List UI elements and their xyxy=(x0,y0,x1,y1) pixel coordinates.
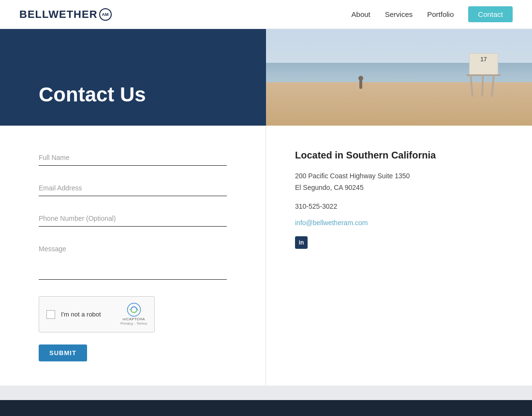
hero-section: Contact Us xyxy=(0,29,532,126)
address-line1: 200 Pacific Coast Highway Suite 1350 xyxy=(295,171,503,182)
nav-links: About Services Portfolio Contact xyxy=(352,6,513,22)
contact-form-section: I'm not a robot reCAPTCHA Privacy - Term… xyxy=(0,126,266,386)
address-line2: El Segundo, CA 90245 xyxy=(295,182,503,194)
info-email[interactable]: info@bellwetheram.com xyxy=(295,219,503,227)
captcha-left: I'm not a robot xyxy=(46,310,101,319)
email-input[interactable] xyxy=(39,180,227,196)
tower-cabin xyxy=(469,53,498,75)
logo-badge: AM xyxy=(99,8,112,21)
message-input[interactable] xyxy=(39,241,227,280)
full-name-group xyxy=(39,150,227,166)
navbar: BELLWETHER AM About Services Portfolio C… xyxy=(0,0,532,29)
phone-group xyxy=(39,211,227,227)
submit-button[interactable]: SUBMIT xyxy=(39,344,87,361)
tower-legs xyxy=(464,75,503,97)
info-address: 200 Pacific Coast Highway Suite 1350 El … xyxy=(295,171,503,194)
captcha-right: reCAPTCHA Privacy - Terms xyxy=(120,302,147,326)
info-phone: 310-525-3022 xyxy=(295,202,503,210)
email-group xyxy=(39,180,227,196)
recaptcha-brand: reCAPTCHA xyxy=(122,317,145,321)
tower-leg xyxy=(470,75,473,97)
info-heading: Located in Southern California xyxy=(295,150,503,161)
nav-services[interactable]: Services xyxy=(385,10,413,18)
tower-leg xyxy=(481,75,484,97)
svg-point-0 xyxy=(127,303,140,316)
lifeguard-tower xyxy=(464,53,503,97)
linkedin-icon[interactable]: in xyxy=(295,236,308,249)
nav-portfolio[interactable]: Portfolio xyxy=(427,10,454,18)
footer-light-bar xyxy=(0,386,532,400)
tower-leg xyxy=(491,75,495,97)
contact-info-section: Located in Southern California 200 Pacif… xyxy=(266,126,532,386)
message-group xyxy=(39,241,227,282)
nav-contact[interactable]: Contact xyxy=(468,6,513,22)
logo: BELLWETHER AM xyxy=(19,8,112,21)
recaptcha-logo-icon xyxy=(127,302,141,317)
hero-left-panel: Contact Us xyxy=(0,29,266,126)
nav-about[interactable]: About xyxy=(352,10,370,18)
captcha-checkbox[interactable] xyxy=(46,310,55,319)
page-title: Contact Us xyxy=(39,83,146,106)
beach-illustration xyxy=(266,29,532,126)
captcha-widget: I'm not a robot reCAPTCHA Privacy - Term… xyxy=(39,296,155,332)
captcha-label: I'm not a robot xyxy=(61,311,101,318)
svg-marker-2 xyxy=(130,309,131,311)
recaptcha-privacy-terms: Privacy - Terms xyxy=(120,321,147,326)
footer-dark-bar xyxy=(0,400,532,416)
phone-input[interactable] xyxy=(39,211,227,227)
main-content: I'm not a robot reCAPTCHA Privacy - Term… xyxy=(0,126,532,386)
hero-image xyxy=(266,29,532,126)
person xyxy=(359,79,362,89)
full-name-input[interactable] xyxy=(39,150,227,166)
logo-text: BELLWETHER xyxy=(19,8,98,21)
